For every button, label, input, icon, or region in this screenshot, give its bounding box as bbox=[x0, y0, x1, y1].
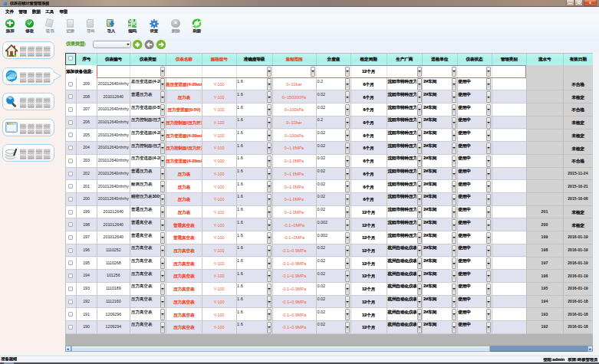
svg-text:News: News bbox=[7, 76, 15, 80]
